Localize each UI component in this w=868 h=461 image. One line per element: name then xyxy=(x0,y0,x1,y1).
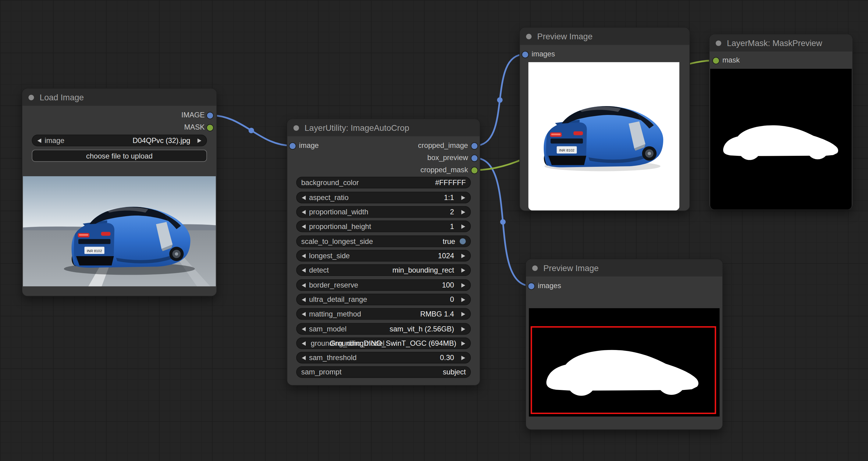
increment-arrow-icon[interactable] xyxy=(458,206,466,218)
box-preview-mask xyxy=(529,308,720,417)
widget-proportional-height[interactable]: proportional_height 1 xyxy=(296,220,471,232)
node-title: Preview Image xyxy=(544,263,599,273)
decrement-arrow-icon[interactable] xyxy=(301,250,309,262)
widget-matting-method[interactable]: matting_method RMBG 1.4 xyxy=(296,308,471,319)
prev-arrow-icon[interactable] xyxy=(37,135,45,146)
widget-label: border_reserve xyxy=(309,281,358,289)
widget-ultra-detail-range[interactable]: ultra_detail_range 0 xyxy=(296,294,471,305)
decrement-arrow-icon[interactable] xyxy=(301,294,309,305)
output-port-cropped-mask[interactable] xyxy=(471,167,477,174)
increment-arrow-icon[interactable] xyxy=(458,294,466,305)
increment-arrow-icon[interactable] xyxy=(458,323,466,335)
widget-sam-threshold[interactable]: sam_threshold 0.30 xyxy=(296,352,471,363)
decrement-arrow-icon[interactable] xyxy=(301,279,309,291)
output-port-box-preview[interactable] xyxy=(471,155,477,161)
mask-image xyxy=(710,69,852,210)
widget-label: aspect_ratio xyxy=(309,193,349,202)
widget-label: sam_model xyxy=(309,325,346,333)
node-title-bar[interactable]: LayerMask: MaskPreview xyxy=(710,34,852,52)
mask-preview-image xyxy=(710,69,852,210)
node-title-bar[interactable]: Load Image xyxy=(22,89,216,106)
increment-arrow-icon[interactable] xyxy=(458,338,466,349)
decrement-arrow-icon[interactable] xyxy=(301,338,309,349)
widget-value: 0 xyxy=(450,296,454,304)
widget-value: 100 xyxy=(442,281,454,289)
node-title-bar[interactable]: Preview Image xyxy=(520,28,689,45)
widget-value: 2 xyxy=(450,208,454,216)
input-label-images: images xyxy=(538,282,561,290)
increment-arrow-icon[interactable] xyxy=(458,352,466,363)
widget-label: matting_method xyxy=(309,310,361,318)
input-port-images[interactable] xyxy=(528,283,534,289)
output-label-box-preview: box_preview xyxy=(427,154,468,162)
decrement-arrow-icon[interactable] xyxy=(301,323,309,335)
node-title: Load Image xyxy=(40,92,84,102)
increment-arrow-icon[interactable] xyxy=(458,250,466,262)
widget-label: detect xyxy=(309,266,329,274)
widget-proportional-width[interactable]: proportional_width 2 xyxy=(296,206,471,218)
input-label-mask: mask xyxy=(722,56,740,64)
widget-label: proportional_width xyxy=(309,208,368,216)
node-image-autocrop[interactable]: LayerUtility: ImageAutoCrop image croppe… xyxy=(287,119,480,385)
input-label-images: images xyxy=(531,50,555,58)
choose-file-button[interactable]: choose file to upload xyxy=(32,150,207,162)
widget-label: longest_side xyxy=(309,251,350,260)
increment-arrow-icon[interactable] xyxy=(458,308,466,319)
decrement-arrow-icon[interactable] xyxy=(301,352,309,363)
widget-grounding-dino-model[interactable]: grounding_dino_model GroundingDINO_SwinT… xyxy=(296,338,471,349)
widget-longest-side[interactable]: longest_side 1024 xyxy=(296,250,471,262)
widget-image-file[interactable]: image D04QPvc (32).jpg xyxy=(32,135,207,146)
next-arrow-icon[interactable] xyxy=(194,135,202,146)
increment-arrow-icon[interactable] xyxy=(458,279,466,291)
node-status-dot-icon xyxy=(293,125,299,130)
widget-scale-to-longest-side[interactable]: scale_to_longest_side true xyxy=(296,235,471,247)
widget-border-reserve[interactable]: border_reserve 100 xyxy=(296,279,471,291)
widget-sam-prompt[interactable]: sam_prompt subject xyxy=(296,366,471,378)
output-port-cropped-image[interactable] xyxy=(471,143,477,149)
widget-value: min_bounding_rect xyxy=(392,266,454,274)
node-title-bar[interactable]: LayerUtility: ImageAutoCrop xyxy=(287,119,480,136)
widget-label: image xyxy=(44,136,64,145)
input-port-mask[interactable] xyxy=(713,58,719,64)
widget-label: ultra_detail_range xyxy=(309,296,367,304)
node-mask-preview[interactable]: LayerMask: MaskPreview mask xyxy=(710,34,852,210)
output-port-mask[interactable] xyxy=(207,125,213,131)
widget-detect[interactable]: detect min_bounding_rect xyxy=(296,264,471,276)
node-status-dot-icon xyxy=(532,265,538,271)
decrement-arrow-icon[interactable] xyxy=(301,192,309,203)
node-preview-image-top[interactable]: Preview Image images xyxy=(520,28,689,211)
link-midpoint-dot xyxy=(497,97,503,103)
node-status-dot-icon xyxy=(526,34,531,39)
increment-arrow-icon[interactable] xyxy=(458,220,466,232)
widget-sam-model[interactable]: sam_model sam_vit_h (2.56GB) xyxy=(296,323,471,335)
decrement-arrow-icon[interactable] xyxy=(301,206,309,218)
input-port-images[interactable] xyxy=(522,52,528,58)
widget-value: 1024 xyxy=(438,251,454,260)
output-label-image: IMAGE xyxy=(181,111,205,119)
output-port-image[interactable] xyxy=(207,113,213,119)
widget-label: background_color xyxy=(301,178,359,187)
decrement-arrow-icon[interactable] xyxy=(301,264,309,276)
node-status-dot-icon xyxy=(716,40,721,46)
decrement-arrow-icon[interactable] xyxy=(301,220,309,232)
node-title-bar[interactable]: Preview Image xyxy=(526,259,722,276)
cropped-car-image xyxy=(528,62,679,211)
node-load-image[interactable]: Load Image IMAGE MASK image D04QPvc (32)… xyxy=(22,89,216,296)
input-label-image: image xyxy=(299,142,319,149)
increment-arrow-icon[interactable] xyxy=(458,264,466,276)
node-preview-image-bottom[interactable]: Preview Image images xyxy=(526,259,722,429)
node-title: LayerMask: MaskPreview xyxy=(727,38,822,48)
link-midpoint-dot xyxy=(248,128,254,133)
decrement-arrow-icon[interactable] xyxy=(301,308,309,319)
widget-aspect-ratio[interactable]: aspect_ratio 1:1 xyxy=(296,192,471,203)
widget-value: #FFFFFF xyxy=(435,178,466,187)
box-preview-image xyxy=(529,308,720,417)
increment-arrow-icon[interactable] xyxy=(458,192,466,203)
toggle-dot-icon[interactable] xyxy=(460,238,466,244)
widget-background-color[interactable]: background_color #FFFFFF xyxy=(296,177,471,188)
input-port-image[interactable] xyxy=(289,143,296,149)
widget-value: D04QPvc (32).jpg xyxy=(132,136,190,145)
widget-label: proportional_height xyxy=(309,222,371,230)
node-graph-canvas[interactable]: INR 8102 Load Image xyxy=(0,0,868,461)
widget-value: 1:1 xyxy=(444,193,454,202)
